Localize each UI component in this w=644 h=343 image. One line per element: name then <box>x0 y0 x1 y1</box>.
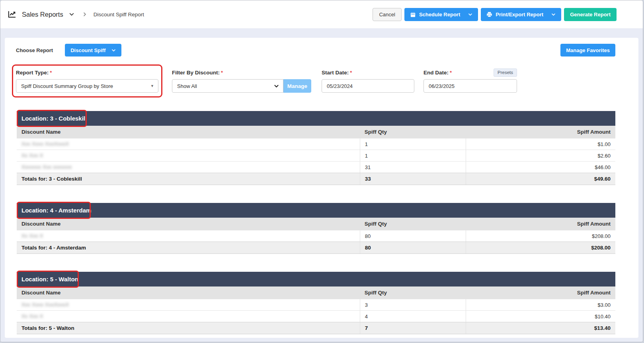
spiff-qty-cell: 80 <box>360 230 466 242</box>
location-header: Location: 3 - Cobleskill <box>17 111 615 126</box>
printer-icon <box>486 12 492 18</box>
presets-button[interactable]: Presets <box>494 68 517 77</box>
column-header-discount-name: Discount Name <box>17 126 360 138</box>
totals-label: Totals for: 4 - Amsterdam <box>17 242 360 253</box>
chevron-down-icon[interactable] <box>551 12 556 17</box>
table-header-row: Discount Name Spiff Qty Spiff Amount <box>17 286 615 299</box>
table-row: Xxxxxxx Xxx xxxxxxx 31 $46.00 <box>17 161 615 173</box>
topbar-actions: Cancel Schedule Report Print/Export Repo… <box>373 8 617 21</box>
spiff-qty-cell: 3 <box>360 299 466 310</box>
column-header-spiff-qty: Spiff Qty <box>360 286 466 299</box>
column-header-discount-name: Discount Name <box>17 286 360 299</box>
required-asterisk: * <box>450 70 452 76</box>
column-header-spiff-amount: Spiff Amount <box>466 126 615 138</box>
choose-report-row: Choose Report Discount Spiff Manage Favo… <box>12 44 615 57</box>
spiff-amount-cell: $46.00 <box>466 162 615 173</box>
generate-report-button[interactable]: Generate Report <box>564 8 617 21</box>
breadcrumb: Sales Reports Discount Spiff Report <box>8 10 373 19</box>
calendar-icon <box>410 12 416 18</box>
totals-amount: $208.00 <box>466 242 615 253</box>
report-picker-button[interactable]: Discount Spiff <box>65 44 121 57</box>
table-header-row: Discount Name Spiff Qty Spiff Amount <box>17 218 615 230</box>
spiff-qty-cell: 4 <box>360 311 466 322</box>
location-title: Location: 4 - Amsterdam <box>21 207 91 214</box>
location-title: Location: 5 - Walton <box>21 276 78 283</box>
discount-filter-value: Show All <box>177 83 271 89</box>
location-table-amsterdam: Location: 4 - Amsterdam Discount Name Sp… <box>17 203 615 254</box>
breadcrumb-root[interactable]: Sales Reports <box>22 11 63 18</box>
discount-filter-select[interactable]: Show All <box>172 79 283 93</box>
schedule-report-label: Schedule Report <box>419 12 460 18</box>
schedule-report-button[interactable]: Schedule Report <box>404 8 478 21</box>
chevron-down-icon[interactable] <box>69 12 74 17</box>
column-header-spiff-amount: Spiff Amount <box>466 286 615 299</box>
chevron-down-icon <box>111 48 116 53</box>
spiff-amount-cell: $208.00 <box>466 230 615 242</box>
spiff-amount-cell: $3.00 <box>466 299 615 310</box>
totals-qty: 7 <box>360 322 466 334</box>
location-title: Location: 3 - Cobleskill <box>21 115 87 122</box>
totals-amount: $49.60 <box>466 173 615 185</box>
chevron-down-icon <box>274 84 279 89</box>
required-asterisk: * <box>50 70 52 76</box>
chevron-right-icon <box>82 12 87 17</box>
redacted-discount-name: Xx Xxx X <box>21 314 43 319</box>
column-header-spiff-qty: Spiff Qty <box>360 126 466 138</box>
spiff-qty-cell: 31 <box>360 162 466 173</box>
filter-row: Report Type:* Spiff Discount Summary Gro… <box>12 68 615 93</box>
totals-row: Totals for: 3 - Cobleskill 33 $49.60 <box>17 173 615 185</box>
app-window: Sales Reports Discount Spiff Report Canc… <box>0 0 643 342</box>
start-date-input[interactable] <box>322 79 414 93</box>
filter-by-discount-group: Filter By Discount:* Show All Manage <box>172 68 311 93</box>
table-header-row: Discount Name Spiff Qty Spiff Amount <box>17 126 615 138</box>
table-row: Xx Xxx X 80 $208.00 <box>17 230 615 242</box>
print-export-label: Print/Export Report <box>496 12 543 18</box>
location-header: Location: 5 - Walton <box>17 272 615 286</box>
start-date-group: Start Date:* <box>322 68 414 93</box>
chart-line-icon <box>8 10 16 19</box>
report-card: Choose Report Discount Spiff Manage Favo… <box>5 38 638 338</box>
page-background: Choose Report Discount Spiff Manage Favo… <box>0 28 643 342</box>
location-header: Location: 4 - Amsterdam <box>17 203 615 218</box>
report-type-label: Report Type: <box>16 70 49 76</box>
redacted-discount-name: Xxx Xxxx XxxXxxxX <box>21 302 69 308</box>
totals-qty: 33 <box>360 173 466 185</box>
end-date-label: End Date: <box>423 70 449 76</box>
table-row: Xxx Xxxx XxxXxxxX 1 $1.00 <box>17 138 615 150</box>
chevron-down-icon[interactable] <box>468 12 472 17</box>
report-type-value: Spiff Discount Summary Group by Store <box>21 83 147 89</box>
table-row: Xxx Xxxx XxxXxxxX 3 $3.00 <box>17 299 615 310</box>
breadcrumb-current: Discount Spiff Report <box>94 12 144 18</box>
report-picker-label: Discount Spiff <box>70 47 105 53</box>
column-header-spiff-amount: Spiff Amount <box>466 218 615 230</box>
table-row: Xx Xxx X 1 $2.60 <box>17 150 615 161</box>
cancel-button[interactable]: Cancel <box>373 8 401 21</box>
totals-label: Totals for: 3 - Cobleskill <box>17 173 360 185</box>
column-header-spiff-qty: Spiff Qty <box>360 218 466 230</box>
start-date-label: Start Date: <box>322 70 349 76</box>
spiff-qty-cell: 1 <box>360 138 466 150</box>
location-table-cobleskill: Location: 3 - Cobleskill Discount Name S… <box>17 111 615 185</box>
column-header-discount-name: Discount Name <box>17 218 360 230</box>
totals-amount: $13.40 <box>466 322 615 334</box>
choose-report-label: Choose Report <box>16 47 53 53</box>
table-row: Xx Xxx X 4 $10.40 <box>17 310 615 322</box>
totals-row: Totals for: 5 - Walton 7 $13.40 <box>17 322 615 334</box>
print-export-button[interactable]: Print/Export Report <box>481 8 561 21</box>
totals-qty: 80 <box>360 242 466 253</box>
required-asterisk: * <box>350 70 352 76</box>
end-date-input[interactable] <box>423 79 517 93</box>
totals-label: Totals for: 5 - Walton <box>17 322 360 334</box>
spiff-amount-cell: $10.40 <box>466 311 615 322</box>
redacted-discount-name: Xxxxxxx Xxx xxxxxxx <box>21 164 72 170</box>
manage-favorites-button[interactable]: Manage Favorites <box>560 44 615 57</box>
spiff-qty-cell: 1 <box>360 150 466 161</box>
redacted-discount-name: Xx Xxx X <box>21 153 43 158</box>
spiff-amount-cell: $1.00 <box>466 138 615 150</box>
report-type-group: Report Type:* Spiff Discount Summary Gro… <box>16 68 158 93</box>
dropdown-arrow-icon: ▼ <box>150 84 154 88</box>
redacted-discount-name: Xxx Xxxx XxxXxxxX <box>21 141 69 147</box>
manage-discounts-button[interactable]: Manage <box>283 79 311 93</box>
location-table-walton: Location: 5 - Walton Discount Name Spiff… <box>17 272 615 334</box>
report-type-select[interactable]: Spiff Discount Summary Group by Store ▼ <box>16 79 158 93</box>
